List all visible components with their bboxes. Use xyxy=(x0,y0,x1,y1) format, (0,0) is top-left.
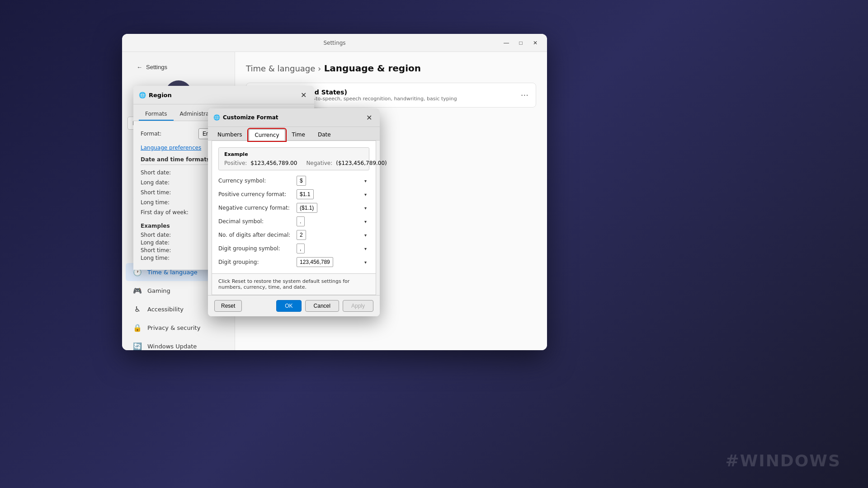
digit-grouping-label: Digit grouping: xyxy=(218,259,293,265)
reset-note: Click Reset to restore the system defaul… xyxy=(212,274,376,295)
customize-dialog-buttons: Reset OK Cancel Apply xyxy=(208,295,380,316)
example-box-title: Example xyxy=(224,151,363,157)
negative-label: Negative: xyxy=(306,160,332,166)
example-values: Positive: $123,456,789.00 Negative: ($12… xyxy=(224,160,363,166)
window-controls: — □ ✕ xyxy=(500,37,542,49)
breadcrumb-prefix: Time & language › xyxy=(246,64,321,73)
windows-update-icon: 🔄 xyxy=(133,342,142,350)
back-arrow-icon: ← xyxy=(137,64,142,70)
gaming-icon: 🎮 xyxy=(133,286,142,295)
digits-after-decimal-select-wrap: 2 xyxy=(297,230,369,240)
positive-format-select-wrap: $1.1 xyxy=(297,189,369,199)
digit-grouping-symbol-select-wrap: , xyxy=(297,244,369,253)
negative-example: Negative: ($123,456,789.00) xyxy=(306,160,387,166)
maximize-button[interactable]: □ xyxy=(514,37,527,49)
customize-globe-icon: 🌐 xyxy=(213,114,220,121)
ok-button[interactable]: OK xyxy=(276,300,301,312)
customize-tabs: Numbers Currency Time Date xyxy=(208,127,380,141)
decimal-symbol-label: Decimal symbol: xyxy=(218,218,293,225)
digits-after-decimal-select[interactable]: 2 xyxy=(297,230,306,240)
digit-grouping-symbol-select[interactable]: , xyxy=(297,244,305,253)
tab-numbers[interactable]: Numbers xyxy=(212,129,248,140)
decimal-symbol-select[interactable]: . xyxy=(297,216,305,226)
positive-format-select[interactable]: $1.1 xyxy=(297,189,314,199)
reset-button[interactable]: Reset xyxy=(214,300,242,312)
watermark: #WINDOWS xyxy=(725,451,841,470)
decimal-symbol-row: Decimal symbol: . xyxy=(218,216,369,226)
region-dialog-titlebar: 🌐 Region ✕ xyxy=(133,86,314,104)
window-title: Settings xyxy=(323,40,345,46)
title-bar: Settings — □ ✕ xyxy=(122,34,547,52)
breadcrumb: Time & language › Language & region xyxy=(246,63,536,74)
back-button[interactable]: ← Settings xyxy=(129,61,227,73)
ex-long-date-label: Long date: xyxy=(141,239,170,246)
positive-format-row: Positive currency format: $1.1 xyxy=(218,189,369,199)
minimize-button[interactable]: — xyxy=(500,37,513,49)
ex-short-date-label: Short date: xyxy=(141,232,171,238)
positive-example: Positive: $123,456,789.00 xyxy=(224,160,297,166)
breadcrumb-current: Language & region xyxy=(324,63,421,74)
reset-note-text: Click Reset to restore the system defaul… xyxy=(218,278,349,290)
currency-example-box: Example Positive: $123,456,789.00 Negati… xyxy=(218,147,369,170)
settings-label: Settings xyxy=(146,64,167,70)
tab-time[interactable]: Time xyxy=(286,129,311,140)
positive-format-label: Positive currency format: xyxy=(218,191,293,197)
digit-grouping-select[interactable]: 123,456,789 xyxy=(297,257,333,267)
customize-dialog-title: 🌐 Customize Format xyxy=(213,114,278,121)
negative-format-select[interactable]: ($1.1) xyxy=(297,203,317,213)
currency-form: Currency symbol: $ Positive currency for… xyxy=(218,176,369,267)
negative-format-label: Negative currency format: xyxy=(218,205,293,211)
digit-grouping-row: Digit grouping: 123,456,789 xyxy=(218,257,369,267)
digit-grouping-select-wrap: 123,456,789 xyxy=(297,257,369,267)
region-dialog-close-button[interactable]: ✕ xyxy=(298,89,309,100)
customize-dialog-close-button[interactable]: ✕ xyxy=(363,112,374,123)
desktop: Settings — □ ✕ ← Settings xyxy=(0,0,868,488)
sidebar-item-windows-update[interactable]: 🔄 Windows Update xyxy=(126,337,231,350)
sidebar-item-privacy[interactable]: 🔒 Privacy & security xyxy=(126,319,231,337)
customize-content: Example Positive: $123,456,789.00 Negati… xyxy=(212,141,376,274)
negative-format-select-wrap: ($1.1) xyxy=(297,203,369,213)
negative-format-row: Negative currency format: ($1.1) xyxy=(218,203,369,213)
digit-grouping-symbol-row: Digit grouping symbol: , xyxy=(218,244,369,253)
tab-currency[interactable]: Currency xyxy=(249,129,285,141)
region-dialog-title: 🌐 Region xyxy=(139,92,172,99)
apply-button[interactable]: Apply xyxy=(343,300,373,312)
digits-after-decimal-row: No. of digits after decimal: 2 xyxy=(218,230,369,240)
positive-label: Positive: xyxy=(224,160,247,166)
currency-symbol-row: Currency symbol: $ xyxy=(218,176,369,186)
region-title-text: Region xyxy=(149,92,172,99)
globe-icon: 🌐 xyxy=(139,92,146,99)
currency-symbol-label: Currency symbol: xyxy=(218,178,293,184)
customize-format-dialog: 🌐 Customize Format ✕ Numbers Currency Ti… xyxy=(208,108,380,316)
ex-short-time-label: Short time: xyxy=(141,247,171,253)
currency-symbol-select[interactable]: $ xyxy=(297,176,306,186)
more-options-icon[interactable]: ··· xyxy=(521,90,528,100)
sidebar-item-label: Accessibility xyxy=(147,306,184,313)
accessibility-icon: ♿ xyxy=(133,305,142,314)
privacy-icon: 🔒 xyxy=(133,323,142,332)
format-label: Format: xyxy=(141,131,195,137)
sidebar-item-label: Windows Update xyxy=(147,343,197,350)
tab-date[interactable]: Date xyxy=(312,129,337,140)
decimal-symbol-select-wrap: . xyxy=(297,216,369,226)
customize-title-text: Customize Format xyxy=(223,114,278,121)
region-tab-formats[interactable]: Formats xyxy=(139,108,174,121)
close-button[interactable]: ✕ xyxy=(529,37,542,49)
customize-dialog-titlebar: 🌐 Customize Format ✕ xyxy=(208,108,380,127)
digits-after-decimal-label: No. of digits after decimal: xyxy=(218,232,293,238)
currency-symbol-select-wrap: $ xyxy=(297,176,369,186)
sidebar-item-label: Gaming xyxy=(147,287,170,294)
digit-grouping-symbol-label: Digit grouping symbol: xyxy=(218,245,293,252)
ex-long-time-label: Long time: xyxy=(141,255,170,261)
sidebar-item-label: Privacy & security xyxy=(147,324,200,331)
negative-value: ($123,456,789.00) xyxy=(336,160,387,166)
positive-value: $123,456,789.00 xyxy=(250,160,297,166)
cancel-button[interactable]: Cancel xyxy=(305,300,339,312)
